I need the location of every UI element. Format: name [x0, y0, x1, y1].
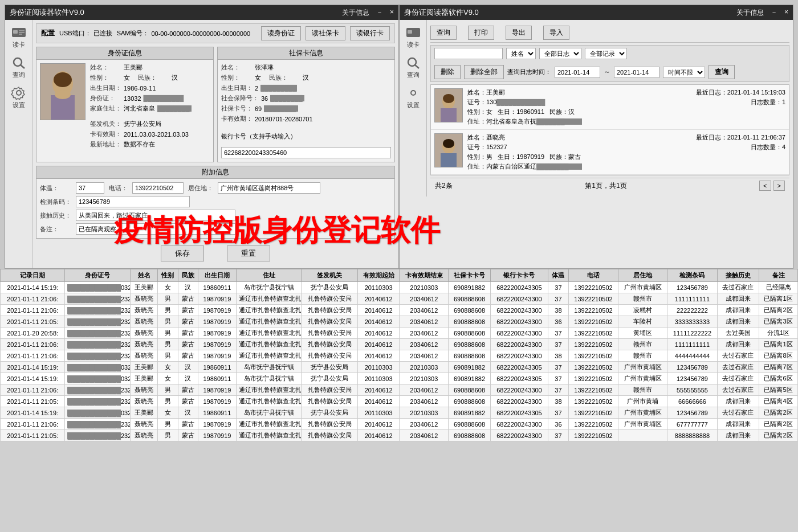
record-type-select[interactable]: 全部记录: [585, 48, 627, 59]
query-btn[interactable]: 查询: [709, 65, 735, 79]
read-social-btn[interactable]: 读社保卡: [306, 26, 345, 40]
table-cell: 37: [548, 430, 569, 441]
result-log-count-1: 日志数量：1: [751, 98, 785, 107]
table-cell: 岛市抚宁县抚宁镇: [236, 373, 302, 384]
table-cell: 690888608: [449, 339, 490, 350]
result-idno-2: 证号：152327: [467, 143, 691, 152]
table-cell: 聂晓亮: [131, 293, 158, 305]
table-cell: 19860911: [198, 362, 236, 373]
table-cell: 聂晓亮: [131, 396, 158, 407]
table-row: 2021-01-11 21:06:████████████23271聂晓亮男蒙古…: [1, 305, 798, 316]
id-card-fields: 姓名： 王美郦 性别： 女 民族： 汉 出生日期: [90, 63, 210, 149]
table-cell: 通辽市扎鲁特旗查北扎鲁特旗公安局: [236, 430, 302, 441]
right-close-btn[interactable]: ×: [784, 8, 788, 18]
bank-card-input[interactable]: [221, 147, 391, 158]
table-cell: 通辽市扎鲁特旗查北扎鲁特旗公安局: [236, 328, 302, 339]
query-top-btn[interactable]: 查询: [430, 26, 457, 40]
prev-page-btn[interactable]: <: [759, 181, 771, 191]
table-cell: 蒙古: [178, 419, 198, 430]
right-sidebar-item-query[interactable]: 查询: [400, 54, 426, 81]
table-cell: 20110303: [357, 282, 399, 293]
social-card-fields: 姓名： 张泽琳 性别： 女 民族： 汉 出生日期: [221, 63, 391, 123]
note-input[interactable]: [76, 223, 235, 235]
reset-button[interactable]: 重置: [227, 245, 270, 261]
sidebar-item-read-card[interactable]: 读卡: [6, 23, 32, 51]
table-cell: 690891882: [449, 362, 490, 373]
next-page-btn[interactable]: >: [773, 181, 785, 191]
delete-all-btn[interactable]: 删除全部: [464, 65, 504, 79]
left-minimize-btn[interactable]: －: [376, 8, 383, 18]
delete-btn[interactable]: 删除: [434, 65, 461, 79]
table-cell: 37: [548, 293, 569, 305]
print-btn[interactable]: 打印: [468, 26, 494, 40]
table-cell: 6822200243300: [490, 316, 548, 328]
query-log-time-label: 查询日志时间：: [507, 68, 551, 76]
table-cell: 19870919: [198, 384, 236, 396]
search-bar: 姓名 全部日志 全部记录 删除 删除全部 查询日志时间：: [430, 45, 789, 82]
temperature-input[interactable]: [76, 182, 104, 194]
table-cell: 37: [548, 339, 569, 350]
col-header-residence: 居住地: [618, 269, 667, 282]
save-button[interactable]: 保存: [161, 245, 204, 261]
sidebar-item-settings[interactable]: 设置: [6, 84, 32, 112]
social-cardno-row: 社保卡号： 69 ████████: [221, 104, 391, 113]
id-card-panel-body: 姓名： 王美郦 性别： 女 民族： 汉 出生日期: [36, 60, 213, 152]
right-query-icon: [405, 56, 421, 69]
export-btn[interactable]: 导出: [506, 26, 532, 40]
table-cell: 汉: [178, 282, 198, 293]
result-item-2[interactable]: 姓名：聂晓亮 证号：152327 性别：男 生日：19870919 民族：蒙古 …: [431, 130, 789, 175]
right-sidebar-item-read-card[interactable]: 读卡: [400, 23, 426, 51]
table-cell: 1111111111: [667, 293, 717, 305]
left-about-btn[interactable]: 关于信息: [342, 8, 369, 18]
right-window-title: 身份证阅读器软件V9.0: [404, 7, 479, 18]
table-cell: 广州市黄埔区: [618, 407, 667, 419]
result-latest-log-2: 最近日志：2021-01-11 21:06:37: [696, 133, 785, 142]
right-sidebar-item-settings[interactable]: 设置: [400, 84, 426, 112]
table-cell: 已隔离4区: [759, 396, 798, 407]
read-id-btn[interactable]: 读身份证: [261, 26, 301, 40]
result-item-1[interactable]: 姓名：王美郦 证号：130████████████ 性别：女 生日：198609…: [431, 85, 789, 130]
data-table-section: 记录日期 身份证号 姓名 性别 民族 出生日期 住址 签发机关 有效期起始 卡有…: [0, 269, 798, 441]
time-limit-select[interactable]: 时间不限: [663, 67, 705, 78]
table-cell: 123456789: [667, 373, 717, 384]
table-cell: 66666666: [667, 396, 717, 407]
table-cell: 去过石家庄: [717, 373, 759, 384]
table-cell: 19860911: [198, 373, 236, 384]
table-cell: 20340612: [400, 305, 449, 316]
table-cell: 19870919: [198, 396, 236, 407]
table-cell: 赣州市: [618, 293, 667, 305]
search-name-input[interactable]: [434, 48, 503, 59]
table-cell: 20210303: [400, 362, 449, 373]
table-cell: 6822200243300: [490, 419, 548, 430]
table-cell: 已隔离2区: [759, 419, 798, 430]
left-window-controls: 关于信息 － ×: [342, 8, 394, 18]
table-body: 2021-01-14 15:19:████████████03231王美郦女汉1…: [1, 282, 798, 441]
right-about-btn[interactable]: 关于信息: [736, 8, 764, 18]
result-latest-log-1: 最近日志：2021-01-14 15:19:03: [696, 88, 785, 97]
table-cell: 20340612: [400, 396, 449, 407]
table-cell: 成都回来: [717, 430, 759, 441]
test-code-input[interactable]: [76, 196, 190, 207]
right-minimize-btn[interactable]: －: [771, 8, 777, 18]
left-close-btn[interactable]: ×: [390, 8, 394, 18]
query-icon: [11, 56, 27, 69]
id-idno-row: 身份证： 13032 ██████████: [90, 94, 210, 103]
import-btn[interactable]: 导入: [543, 26, 569, 40]
table-cell: 聂晓亮: [131, 430, 158, 441]
log-type-select[interactable]: 全部日志: [539, 48, 581, 59]
date-from-input[interactable]: [555, 67, 600, 78]
table-cell: 37: [548, 282, 569, 293]
sidebar-item-query[interactable]: 查询: [6, 54, 32, 81]
address-input[interactable]: [218, 182, 320, 194]
phone-input[interactable]: [132, 182, 184, 194]
contact-history-input[interactable]: [76, 210, 235, 221]
table-cell: 分流1区: [759, 328, 798, 339]
right-sidebar-read-label: 读卡: [407, 40, 420, 49]
date-to-input[interactable]: [614, 67, 659, 78]
table-cell: 2021-01-20 20:58:: [1, 328, 65, 339]
name-select[interactable]: 姓名: [506, 48, 536, 59]
sidebar-read-card-label: 读卡: [13, 40, 25, 49]
read-bank-btn[interactable]: 读银行卡: [350, 26, 390, 40]
table-cell: 4444444444: [667, 350, 717, 362]
table-cell: 20140612: [357, 293, 399, 305]
